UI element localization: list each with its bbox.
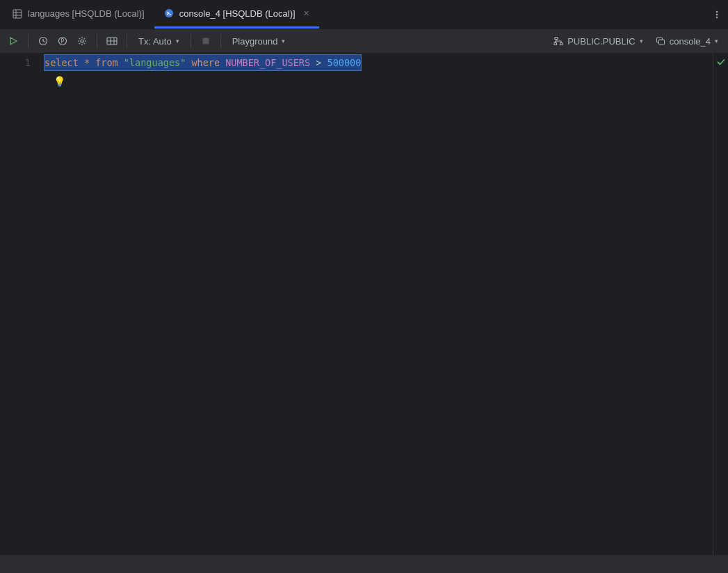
svg-point-6 xyxy=(716,10,718,12)
session-icon xyxy=(656,36,665,46)
separator xyxy=(191,34,191,48)
svg-point-12 xyxy=(81,40,83,42)
schema-icon xyxy=(553,36,563,46)
toolbar: P Tx: Auto ▾ Playground ▾ PUBLIC.PUBLIC … xyxy=(0,29,728,53)
schema-selector[interactable]: PUBLIC.PUBLIC ▾ xyxy=(548,32,649,50)
status-bar xyxy=(0,555,728,573)
console-icon xyxy=(164,8,174,18)
gutter: 1 xyxy=(0,53,44,555)
tab-bar: languages [HSQLDB (Local)] console_4 [HS… xyxy=(0,0,728,29)
separator xyxy=(127,34,127,48)
inspection-strip xyxy=(713,53,728,555)
svg-rect-17 xyxy=(202,38,209,45)
tab-console-4[interactable]: console_4 [HSQLDB (Local)] × xyxy=(154,0,319,29)
separator xyxy=(97,34,97,48)
transaction-mode-dropdown[interactable]: Tx: Auto ▾ xyxy=(133,32,185,50)
token-column: NUMBER_OF_USERS xyxy=(225,57,310,68)
run-button[interactable] xyxy=(4,32,22,50)
tab-label: languages [HSQLDB (Local)] xyxy=(28,8,145,19)
code-area[interactable]: select * from "languages" where NUMBER_O… xyxy=(44,53,713,555)
svg-point-8 xyxy=(716,16,718,17)
keyword-from: from xyxy=(95,57,118,68)
token-number: 500000 xyxy=(327,57,362,68)
svg-rect-20 xyxy=(560,43,563,45)
chevron-down-icon: ▾ xyxy=(640,38,643,45)
svg-text:P: P xyxy=(61,38,65,45)
svg-point-7 xyxy=(716,13,718,15)
more-menu-button[interactable] xyxy=(706,0,728,29)
svg-rect-0 xyxy=(13,10,22,18)
schema-label: PUBLIC.PUBLIC xyxy=(567,36,636,47)
token-operator: > xyxy=(316,57,321,68)
history-button[interactable] xyxy=(34,32,52,50)
table-icon xyxy=(13,9,22,19)
svg-rect-19 xyxy=(554,43,557,45)
playground-dropdown[interactable]: Playground ▾ xyxy=(227,32,291,50)
close-icon[interactable]: × xyxy=(301,8,309,19)
stop-button[interactable] xyxy=(197,32,215,50)
explain-plan-button[interactable]: P xyxy=(54,32,72,50)
settings-button[interactable] xyxy=(73,32,91,50)
session-label: console_4 xyxy=(670,36,711,47)
chevron-down-icon: ▾ xyxy=(282,38,285,45)
token-table: "languages" xyxy=(124,57,186,68)
check-ok-icon[interactable] xyxy=(716,57,726,67)
tab-languages[interactable]: languages [HSQLDB (Local)] xyxy=(3,0,154,29)
separator xyxy=(220,34,221,48)
chevron-down-icon: ▾ xyxy=(715,38,718,45)
token-star: * xyxy=(84,57,90,68)
tx-label-text: Tx: Auto xyxy=(138,36,172,47)
keyword-where: where xyxy=(191,57,220,68)
chevron-down-icon: ▾ xyxy=(176,38,179,45)
code-line[interactable]: select * from "languages" where NUMBER_O… xyxy=(44,55,713,70)
output-layout-button[interactable] xyxy=(103,32,121,50)
separator xyxy=(28,34,29,48)
keyword-select: select xyxy=(45,57,79,68)
svg-rect-18 xyxy=(555,38,558,40)
session-selector[interactable]: console_4 ▾ xyxy=(650,32,724,50)
tab-label: console_4 [HSQLDB (Local)] xyxy=(179,8,296,19)
intention-bulb-icon[interactable]: 💡 xyxy=(54,74,65,89)
editor[interactable]: 1 select * from "languages" where NUMBER… xyxy=(0,53,728,555)
line-number: 1 xyxy=(0,55,43,70)
svg-rect-22 xyxy=(658,40,664,45)
playground-label: Playground xyxy=(232,36,278,47)
